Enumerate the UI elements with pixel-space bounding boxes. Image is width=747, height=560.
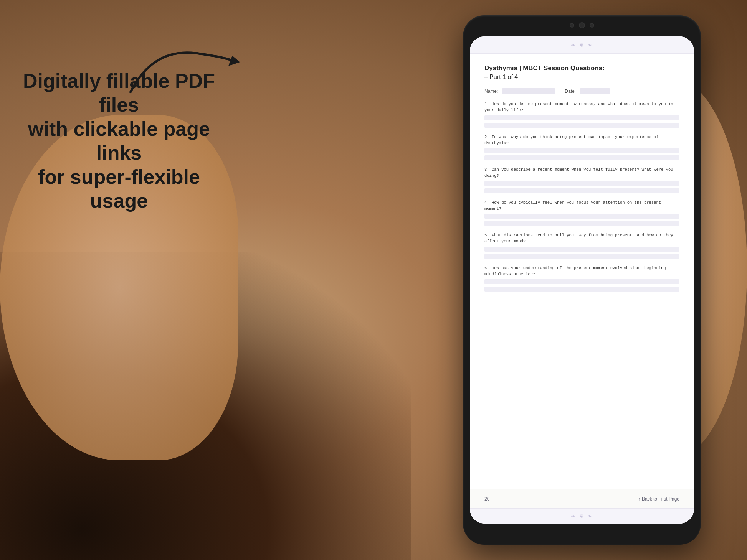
date-label: Date:: [565, 89, 576, 94]
answer-line: [484, 254, 679, 259]
tablet-screen: ❧ ❦ ❧ Dysthymia | MBCT Session Questions…: [470, 36, 694, 524]
name-input-field[interactable]: [502, 88, 555, 94]
answer-line: [484, 115, 679, 120]
marketing-line1: Digitally fillable PDF files: [23, 70, 215, 116]
answer-line: [484, 123, 679, 128]
page-bottom-decoration: ❧ ❦ ❧: [470, 508, 694, 524]
name-label: Name:: [484, 89, 498, 94]
answer-line: [484, 181, 679, 186]
answer-line: [484, 247, 679, 252]
marketing-line2: with clickable page links: [28, 118, 210, 164]
question-6: 6. How has your understanding of the pre…: [484, 265, 679, 293]
pdf-page: ❧ ❦ ❧ Dysthymia | MBCT Session Questions…: [470, 36, 694, 524]
question-5-text: 5. What distractions tend to pull you aw…: [484, 232, 679, 245]
page-top-decoration: ❧ ❦ ❧: [470, 36, 694, 54]
page-content: Dysthymia | MBCT Session Questions: – Pa…: [470, 54, 694, 489]
question-3: 3. Can you describe a recent moment when…: [484, 167, 679, 194]
question-3-answer[interactable]: [484, 181, 679, 194]
question-1-answer[interactable]: [484, 115, 679, 129]
question-2: 2. In what ways do you think being prese…: [484, 134, 679, 162]
question-4: 4. How do you typically feel when you fo…: [484, 200, 679, 227]
question-1-text: 1. How do you define present moment awar…: [484, 101, 679, 114]
answer-line: [484, 221, 679, 226]
question-3-text: 3. Can you describe a recent moment when…: [484, 167, 679, 179]
top-pattern: ❧ ❦ ❧: [571, 42, 593, 48]
question-6-answer[interactable]: [484, 279, 679, 293]
date-input-field[interactable]: [580, 88, 610, 94]
speaker-dot: [579, 22, 585, 28]
question-4-text: 4. How do you typically feel when you fo…: [484, 200, 679, 212]
page-number: 20: [484, 496, 489, 502]
answer-line: [484, 287, 679, 292]
page-title: Dysthymia | MBCT Session Questions:: [484, 64, 679, 72]
answer-line: [484, 279, 679, 284]
camera-dot-right: [590, 23, 594, 28]
question-2-text: 2. In what ways do you think being prese…: [484, 134, 679, 147]
question-4-answer[interactable]: [484, 214, 679, 227]
question-2-answer[interactable]: [484, 148, 679, 161]
answer-line: [484, 188, 679, 193]
name-date-row: Name: Date:: [484, 87, 679, 94]
answer-line: [484, 214, 679, 219]
question-5-answer[interactable]: [484, 247, 679, 260]
tablet-camera-area: [570, 22, 594, 28]
marketing-line3: for super-flexible usage: [38, 166, 200, 212]
camera-dot-left: [570, 23, 574, 28]
question-1: 1. How do you define present moment awar…: [484, 101, 679, 129]
page-subtitle: – Part 1 of 4: [484, 74, 679, 81]
tablet-frame: ❧ ❦ ❧ Dysthymia | MBCT Session Questions…: [463, 15, 701, 545]
question-6-text: 6. How has your understanding of the pre…: [484, 265, 679, 278]
back-to-first-page-link[interactable]: ↑ Back to First Page: [638, 496, 679, 502]
bottom-pattern: ❧ ❦ ❧: [571, 513, 593, 519]
answer-line: [484, 148, 679, 153]
page-footer: 20 ↑ Back to First Page: [470, 489, 694, 508]
marketing-text: Digitally fillable PDF files with clicka…: [23, 69, 215, 212]
answer-line: [484, 155, 679, 160]
question-5: 5. What distractions tend to pull you aw…: [484, 232, 679, 260]
